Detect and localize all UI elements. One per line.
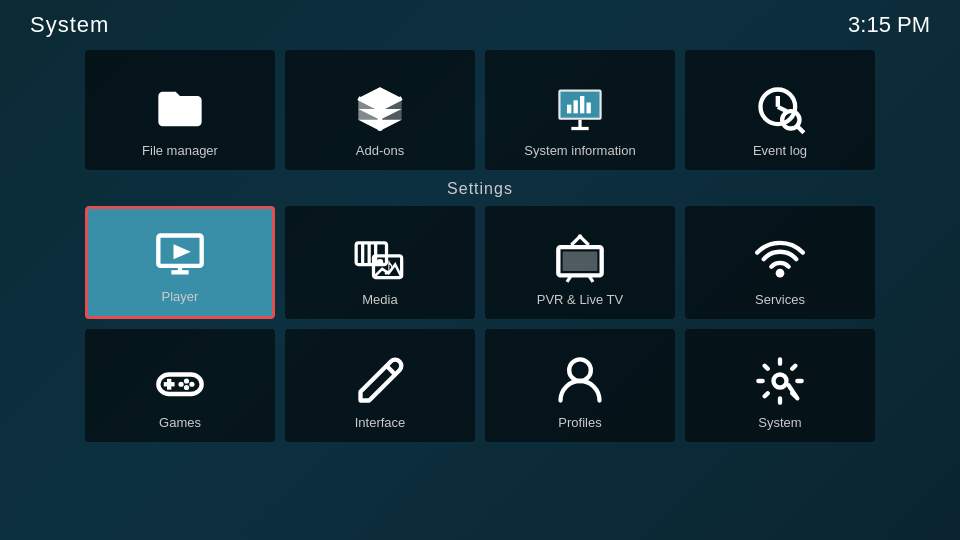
- svg-marker-18: [174, 244, 191, 259]
- pencil-icon: [354, 355, 406, 407]
- svg-point-30: [578, 234, 582, 238]
- tile-file-manager-label: File manager: [142, 143, 218, 158]
- svg-point-41: [184, 385, 189, 390]
- gamepad-icon: [154, 355, 206, 407]
- tile-system-information[interactable]: System information: [485, 50, 675, 170]
- media-icon: ♪: [354, 232, 406, 284]
- settings-row-2: Games Interface Profiles: [0, 329, 960, 442]
- tile-event-log-label: Event log: [753, 143, 807, 158]
- svg-point-45: [774, 375, 787, 388]
- svg-rect-32: [563, 252, 598, 272]
- svg-line-43: [387, 366, 396, 375]
- tile-services[interactable]: Services: [685, 206, 875, 319]
- person-icon: [554, 355, 606, 407]
- svg-line-14: [778, 107, 787, 111]
- folder-icon: [154, 83, 206, 135]
- clock-search-icon: [754, 83, 806, 135]
- tile-profiles[interactable]: Profiles: [485, 329, 675, 442]
- page-title: System: [30, 12, 109, 38]
- tile-games-label: Games: [159, 415, 201, 430]
- svg-point-39: [184, 378, 189, 383]
- svg-line-16: [797, 126, 804, 133]
- tile-services-label: Services: [755, 292, 805, 307]
- tile-pvr-live-tv[interactable]: PVR & Live TV: [485, 206, 675, 319]
- tile-games[interactable]: Games: [85, 329, 275, 442]
- tile-interface[interactable]: Interface: [285, 329, 475, 442]
- svg-point-44: [569, 359, 591, 381]
- header: System 3:15 PM: [0, 0, 960, 50]
- clock: 3:15 PM: [848, 12, 930, 38]
- box-icon: [354, 83, 406, 135]
- wifi-icon: [754, 232, 806, 284]
- svg-point-40: [189, 382, 194, 387]
- tile-file-manager[interactable]: File manager: [85, 50, 275, 170]
- svg-point-35: [776, 269, 785, 278]
- top-tiles-row: File manager Add-ons: [0, 50, 960, 170]
- gear-fork-icon: [754, 355, 806, 407]
- tile-profiles-label: Profiles: [558, 415, 601, 430]
- svg-rect-7: [574, 100, 578, 113]
- svg-rect-9: [587, 103, 591, 114]
- tile-add-ons-label: Add-ons: [356, 143, 404, 158]
- tile-media-label: Media: [362, 292, 397, 307]
- settings-row-1: Player ♪ Media: [0, 206, 960, 319]
- svg-rect-6: [567, 105, 571, 114]
- tv-icon: [554, 232, 606, 284]
- tile-pvr-label: PVR & Live TV: [537, 292, 623, 307]
- tile-system[interactable]: System: [685, 329, 875, 442]
- svg-point-42: [178, 382, 183, 387]
- tile-add-ons[interactable]: Add-ons: [285, 50, 475, 170]
- tile-player[interactable]: Player: [85, 206, 275, 319]
- svg-point-27: [377, 259, 384, 266]
- tile-player-label: Player: [162, 289, 199, 304]
- tile-interface-label: Interface: [355, 415, 406, 430]
- svg-rect-8: [580, 96, 584, 113]
- monitor-play-icon: [154, 229, 206, 281]
- tile-system-info-label: System information: [524, 143, 635, 158]
- tile-system-label: System: [758, 415, 801, 430]
- settings-label: Settings: [0, 180, 960, 198]
- chart-icon: [554, 83, 606, 135]
- tile-event-log[interactable]: Event log: [685, 50, 875, 170]
- tile-media[interactable]: ♪ Media: [285, 206, 475, 319]
